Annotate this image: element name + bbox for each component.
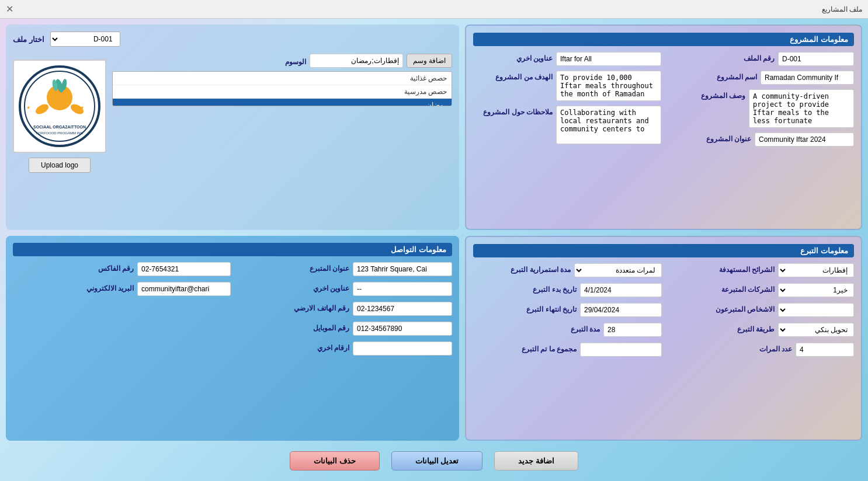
add-tag-button[interactable]: اضافة وسم	[407, 54, 452, 68]
project-name-label: اسم المشروع	[710, 71, 757, 81]
contact-panel: معلومات التواصل عنوان المتبرع عناوين اخر…	[6, 236, 459, 441]
fax-label: رقم الفاكس	[87, 262, 134, 273]
contact-panel-title: معلومات التواصل	[13, 243, 452, 256]
title-bar-title: ملف المشاريع	[822, 5, 862, 13]
logo-section: SOCIAAL ORGAZAITTOON FORFOOOD PROGAMM IN…	[13, 60, 106, 173]
project-goal-input[interactable]: To provide 10,000 Iftar meals throughout…	[556, 71, 661, 101]
file-selector-dropdown[interactable]: D-001	[50, 32, 120, 47]
duration-input[interactable]	[603, 323, 662, 337]
project-address-label: عنوان المشروع	[704, 133, 751, 143]
delete-data-button[interactable]: حذف البيانات	[290, 451, 380, 470]
file-selector-label: اختار ملف	[13, 35, 44, 44]
email-input[interactable]	[137, 282, 231, 296]
start-date-input[interactable]	[580, 283, 662, 297]
project-notes-input[interactable]: Collaborating with local restaurants and…	[556, 106, 661, 144]
project-info-panel: معلومات المشروع رقم الملف اسم المشروع A …	[465, 25, 862, 230]
total-donated-input[interactable]	[580, 343, 662, 357]
tag-item-1[interactable]: حصص مدرسية	[113, 85, 452, 99]
donor-address-label: عنوان المتبرع	[303, 262, 349, 273]
donation-duration-select[interactable]: لمرات متعددة	[574, 263, 662, 277]
project-name-input[interactable]	[761, 71, 854, 85]
landline-input[interactable]	[353, 302, 452, 316]
project-notes-label: ملاحظات حول المشروع	[483, 106, 553, 116]
duration-label: مدة التبرع	[553, 323, 600, 333]
target-segments-label: الشرائح المستهدفة	[719, 263, 775, 274]
svg-text:★: ★	[26, 105, 30, 110]
other-titles-input[interactable]	[556, 52, 661, 66]
tags-label: الوسوم	[259, 55, 306, 66]
edit-data-button[interactable]: تعديل البيانات	[391, 451, 483, 470]
donation-panel: معلومات التبرع إفطارات الشرائح المستهدفة…	[465, 236, 862, 441]
upload-logo-button[interactable]: Upload logo	[29, 158, 91, 173]
total-donated-label: مجموع ما تم التبرع	[522, 343, 577, 353]
mobile-input[interactable]	[353, 322, 452, 336]
project-info-title: معلومات المشروع	[473, 33, 854, 46]
project-address-input[interactable]	[755, 133, 854, 147]
tag-item-2[interactable]: رمضان	[113, 99, 452, 106]
end-date-input[interactable]	[580, 303, 662, 317]
start-date-label: تاريخ بدء التبرع	[530, 283, 577, 294]
project-desc-label: وصف المشروع	[699, 89, 745, 100]
logo-box: SOCIAAL ORGAZAITTOON FORFOOOD PROGAMM IN…	[13, 60, 106, 153]
target-segments-select[interactable]: إفطارات	[778, 263, 854, 277]
title-bar: ملف المشاريع ✕	[0, 0, 868, 19]
tag-item-0[interactable]: حصص غذائية	[113, 72, 452, 85]
svg-text:FORFOOOD PROGAMM INN: FORFOOOD PROGAMM INN	[36, 131, 83, 135]
email-label: البريد الالكتروني	[86, 282, 134, 292]
times-count-input[interactable]	[796, 343, 854, 357]
file-selector-row: D-001 اختار ملف	[13, 32, 452, 47]
times-count-label: عدد المرات	[745, 343, 792, 353]
donating-persons-select[interactable]	[778, 303, 854, 317]
other-titles-label: عناوين اخري	[506, 52, 553, 62]
file-number-label: رقم الملف	[728, 52, 775, 62]
close-button[interactable]: ✕	[6, 4, 13, 15]
svg-text:★: ★	[80, 105, 84, 110]
svg-text:SOCIAAL ORGAZAITTOON: SOCIAAL ORGAZAITTOON	[33, 125, 86, 129]
project-desc-input[interactable]: A community-driven project to provide If…	[749, 89, 854, 128]
fax-input[interactable]	[137, 262, 231, 276]
file-number-input[interactable]	[778, 52, 854, 66]
donation-method-select[interactable]: تحويل بنكي	[778, 323, 854, 337]
bottom-buttons: اضافة جديد تعديل البيانات حذف البيانات	[6, 447, 862, 475]
landline-label: رقم الهاتف الارضي	[294, 302, 349, 312]
right-panel: D-001 اختار ملف اضافة وسم الوسوم حصص غذا…	[6, 25, 459, 230]
donating-persons-label: الاشخاص المتبرعون	[716, 303, 775, 313]
tags-section: اضافة وسم الوسوم حصص غذائية حصص مدرسية ر…	[112, 54, 452, 173]
mobile-label: رقم الموبايل	[303, 322, 349, 332]
other-address-label: عناوين اخري	[303, 282, 349, 292]
donation-method-label: طريقة التبرع	[728, 323, 775, 333]
other-numbers-label: ارقام اخري	[303, 341, 349, 352]
other-numbers-input[interactable]	[353, 341, 452, 355]
donor-address-input[interactable]	[353, 262, 452, 276]
add-new-button[interactable]: اضافة جديد	[494, 451, 578, 470]
donating-companies-label: الشركات المتبرعة	[721, 283, 775, 294]
tags-list[interactable]: حصص غذائية حصص مدرسية رمضان	[112, 71, 452, 106]
donation-panel-title: معلومات التبرع	[473, 244, 854, 257]
end-date-label: تاريخ انتهاء التبرع	[526, 303, 577, 313]
tags-input[interactable]	[310, 54, 403, 68]
project-goal-label: الهدف من المشروع	[495, 71, 553, 81]
donation-duration-label: مدة استمرارية التبرع	[511, 263, 571, 274]
other-address-input[interactable]	[353, 282, 452, 296]
donating-companies-select[interactable]: خير1	[778, 283, 854, 297]
